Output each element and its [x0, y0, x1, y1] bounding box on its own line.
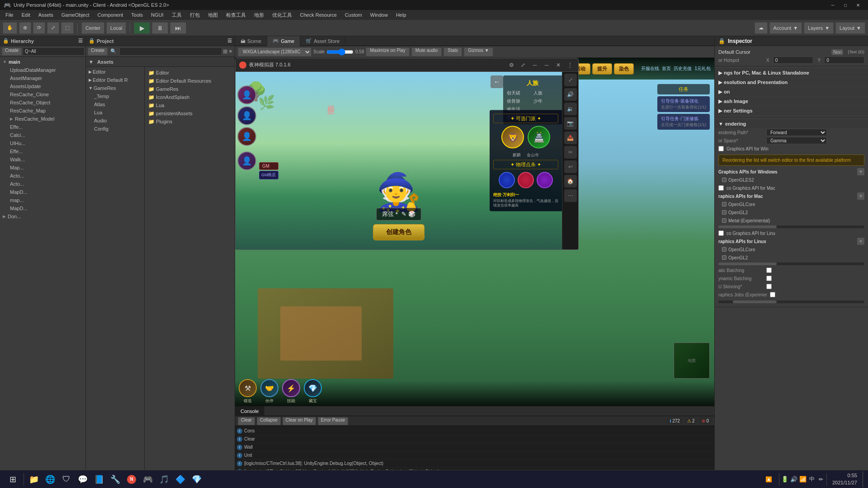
- taskbar-app2[interactable]: 🔧: [107, 471, 123, 488]
- menu-assets[interactable]: Assets: [35, 11, 57, 19]
- skill-btn[interactable]: ⚡ 技能: [282, 379, 300, 404]
- tree-item[interactable]: MapD...: [1, 204, 85, 212]
- rendering-header[interactable]: ▼ endering: [715, 119, 868, 128]
- nox-close-btn[interactable]: ✕: [554, 61, 563, 70]
- portrait-3[interactable]: 👤: [237, 127, 256, 146]
- folder-item[interactable]: Atlas: [87, 100, 143, 108]
- log-line[interactable]: i Cons: [237, 427, 712, 435]
- tray-icon-3[interactable]: 📶: [799, 476, 807, 483]
- console-clear-btn[interactable]: Clear: [238, 417, 255, 425]
- section-on-header[interactable]: ▶ on: [715, 87, 868, 96]
- taskbar-wechat[interactable]: 💬: [75, 471, 91, 488]
- taskbar-app1[interactable]: 📘: [91, 471, 107, 488]
- tree-item[interactable]: Effe...: [1, 123, 85, 131]
- nox-home-btn[interactable]: 🏠: [564, 175, 577, 188]
- section-other-header[interactable]: ▶ ner Settings: [715, 106, 868, 115]
- mac-api-item-1[interactable]: OpenGLCore: [715, 200, 868, 208]
- quest-box[interactable]: 任务: [657, 84, 710, 94]
- stats-btn[interactable]: Stats: [443, 47, 462, 56]
- nox-settings-btn[interactable]: ⚙: [507, 61, 516, 70]
- tab-scene[interactable]: 🏔Scene: [235, 36, 267, 46]
- section-splash-header[interactable]: ▶ ash Image: [715, 97, 868, 106]
- mute-audio-btn[interactable]: Mute audio: [411, 47, 442, 56]
- maximize-button[interactable]: □: [839, 0, 852, 10]
- tab-game[interactable]: 🎮Game: [267, 36, 300, 46]
- folder-item[interactable]: Config: [87, 125, 143, 133]
- menu-edit[interactable]: Edit: [18, 11, 34, 19]
- asset-item[interactable]: 📁 GameRes: [146, 85, 233, 93]
- nox-more-btn[interactable]: ⋯: [564, 189, 577, 202]
- nox-fullscreen-btn[interactable]: ⤢: [519, 61, 528, 70]
- layers-dropdown[interactable]: Layers ▼: [804, 22, 834, 34]
- linux-api-item-2[interactable]: OpenGL2: [715, 253, 868, 262]
- tree-item[interactable]: ▼ main: [1, 58, 85, 66]
- tab-asset-store[interactable]: 🛒Asset Store: [300, 36, 345, 46]
- nox-screenshot-btn[interactable]: 📷: [564, 117, 577, 130]
- section-resolution-header[interactable]: ▶ esolution and Presentation: [715, 78, 868, 87]
- tool-hand[interactable]: ✋: [3, 22, 17, 34]
- tree-item[interactable]: ResCache_Object: [1, 99, 85, 107]
- menu-help[interactable]: Help: [392, 11, 410, 19]
- scale-slider[interactable]: [326, 49, 354, 55]
- taskbar-app5[interactable]: 💎: [189, 471, 205, 488]
- menu-tools-cn[interactable]: 工具: [168, 11, 185, 19]
- nox-share-btn[interactable]: 📤: [564, 131, 577, 144]
- gpu-skinning-checkbox[interactable]: [766, 284, 772, 289]
- close-button[interactable]: ✕: [852, 0, 864, 10]
- linux-api-add-btn[interactable]: +: [857, 238, 864, 245]
- tool-scale[interactable]: ⤢: [47, 22, 59, 34]
- menu-ngui[interactable]: NGUI: [147, 11, 167, 19]
- menu-tools[interactable]: Tools: [127, 11, 146, 19]
- nox-cut-btn[interactable]: ✂: [564, 146, 577, 159]
- game-color-btn[interactable]: 染色: [614, 63, 634, 75]
- tree-item[interactable]: AssetsUpdate: [1, 82, 85, 90]
- faction-qilin[interactable]: 🦁: [501, 126, 524, 148]
- play-button[interactable]: ▶: [134, 22, 150, 34]
- tray-icon-cn[interactable]: 中: [808, 476, 816, 483]
- tree-item[interactable]: Acto...: [1, 180, 85, 188]
- taskbar-nox[interactable]: N: [123, 471, 140, 488]
- menu-optimize[interactable]: 优化工具: [269, 11, 296, 19]
- mac-api-item-3[interactable]: Metal (Experimental): [715, 216, 868, 225]
- asset-item[interactable]: 📁 Editor: [146, 69, 233, 77]
- faction-jinshan[interactable]: 🏯: [528, 126, 550, 148]
- minimize-button[interactable]: ─: [826, 0, 839, 10]
- project-create-btn[interactable]: Create: [88, 47, 108, 56]
- taskbar-app3[interactable]: 🎵: [156, 471, 172, 488]
- tree-item[interactable]: ResCache_Clone: [1, 90, 85, 99]
- account-dropdown[interactable]: Account ▼: [769, 22, 802, 34]
- menu-package[interactable]: 打包: [186, 11, 203, 19]
- nox-extra-btn[interactable]: ⋮: [566, 61, 575, 70]
- tab-console[interactable]: Console: [235, 406, 264, 416]
- resolution-dropdown[interactable]: WXGA Landscape (1280x8C: [238, 47, 311, 56]
- taskbar-app4[interactable]: 🔷: [172, 471, 189, 488]
- menu-terrain[interactable]: 地形: [250, 11, 268, 19]
- nox-minus-btn[interactable]: ─: [530, 61, 539, 70]
- forge-btn[interactable]: ⚒ 锻造: [239, 379, 257, 404]
- gpu-windows-checkbox[interactable]: [718, 146, 724, 151]
- y-input[interactable]: [824, 56, 864, 64]
- tray-expand-btn[interactable]: 🔼: [761, 471, 777, 488]
- cloud-button[interactable]: ☁: [755, 22, 768, 34]
- tray-icon-edit[interactable]: ✏: [817, 476, 825, 483]
- skill-1[interactable]: [499, 172, 515, 188]
- pause-button[interactable]: ⏸: [152, 22, 168, 34]
- log-line[interactable]: i Clear: [237, 435, 712, 443]
- tree-item[interactable]: UploadDataManager: [1, 66, 85, 74]
- menu-check[interactable]: 检查工具: [222, 11, 250, 19]
- tree-item[interactable]: Effe...: [1, 147, 85, 155]
- tool-rotate[interactable]: ⟳: [33, 22, 45, 34]
- folder-item[interactable]: _Temp: [87, 92, 143, 100]
- scrollbar[interactable]: [718, 225, 864, 228]
- linux-gpu-checkbox[interactable]: [718, 230, 724, 236]
- folder-item[interactable]: Lua: [87, 108, 143, 117]
- project-menu-icon[interactable]: ☰: [227, 38, 232, 44]
- x-input[interactable]: [773, 56, 813, 64]
- folder-item[interactable]: ▼GameRes: [87, 84, 143, 92]
- folder-item[interactable]: ▶Editor Default R: [87, 76, 143, 84]
- asset-item[interactable]: 📁 Lua: [146, 101, 233, 109]
- log-line[interactable]: i Wall: [237, 443, 712, 451]
- menu-check-resource[interactable]: Check Resource: [297, 11, 340, 19]
- scrollbar-3[interactable]: [718, 300, 864, 303]
- taskbar-shield[interactable]: 🛡: [58, 471, 75, 488]
